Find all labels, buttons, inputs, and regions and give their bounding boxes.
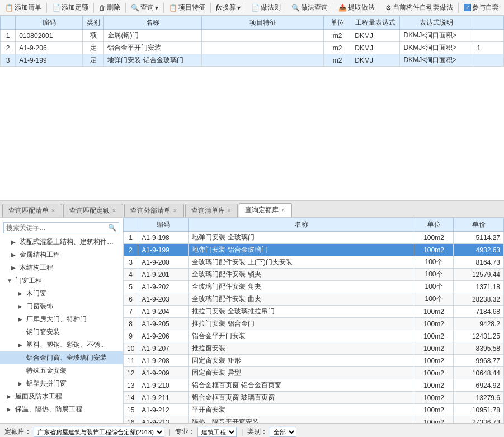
tree-item-label: 塑料、塑钢、彩钢、不锈... xyxy=(26,340,118,350)
row-num: 1 xyxy=(1,30,16,42)
tab-match-list[interactable]: 查询匹配清单× xyxy=(2,204,62,217)
ct-row-num: 15 xyxy=(124,404,138,416)
make-query-button[interactable]: 🔍 做法查询 xyxy=(289,2,331,13)
list-item[interactable]: 6 A1-9-203 全玻璃门配件安装 曲夹 100个 28238.32 xyxy=(124,293,504,306)
search-box[interactable]: 🔍 xyxy=(3,222,119,233)
row-name: 地弹门安装 铝合金玻璃门 xyxy=(104,54,202,67)
tab-close-icon[interactable]: × xyxy=(172,208,178,214)
ct-row-name: 铝合金平开门安装 xyxy=(189,330,414,342)
ct-row-code: A1-9-203 xyxy=(138,293,189,306)
specialty-label: 专业： xyxy=(175,427,195,436)
extract-method-button[interactable]: 📤 提取做法 xyxy=(336,2,378,13)
row-type: 项 xyxy=(83,30,104,42)
tree-arrow-icon: ▶ xyxy=(11,239,18,245)
tab-close-icon[interactable]: × xyxy=(111,208,117,214)
item-feature-button[interactable]: 📋 项目特征 xyxy=(166,2,208,13)
calc-button[interactable]: fx 换算 ▾ xyxy=(213,2,243,13)
table-row[interactable]: 3 A1-9-199 定 地弹门安装 铝合金玻璃门 m2 DKMJ DKMJ<洞… xyxy=(1,54,504,67)
ct-row-name: 平开窗安装 xyxy=(189,404,414,416)
list-item[interactable]: 11 A1-9-208 固定窗安装 矩形 100m2 9968.77 xyxy=(124,355,504,367)
row-code: 010802001 xyxy=(16,30,83,42)
list-item[interactable]: 8 A1-9-205 推拉门安装 铝合金门 100m2 9428.2 xyxy=(124,318,504,330)
ct-row-name: 铝合金框百页窗 玻璃百页窗 xyxy=(189,392,414,404)
tab-close-icon[interactable]: × xyxy=(280,207,286,213)
tree-item-door-deco[interactable]: ▶ 门窗装饰 xyxy=(0,300,123,313)
header-desc: 表达式说明 xyxy=(400,16,473,30)
search-input[interactable] xyxy=(6,224,108,232)
ct-row-code: A1-9-206 xyxy=(138,330,189,342)
ct-row-num: 10 xyxy=(124,342,138,355)
tab-query-list[interactable]: 查询清单库× xyxy=(185,204,238,217)
row-desc: DKMJ<洞口面积> xyxy=(400,30,473,42)
ct-row-num: 12 xyxy=(124,367,138,379)
tab-query-external[interactable]: 查询外部清单× xyxy=(124,204,184,217)
ct-row-unit: 100m2 xyxy=(414,404,454,416)
header-unit: 单位 xyxy=(324,16,351,30)
tab-strip: 查询匹配清单×查询匹配定额×查询外部清单×查询清单库×查询定额库× xyxy=(0,200,504,218)
tab-close-icon[interactable]: × xyxy=(50,208,56,214)
tree-item-wood[interactable]: ▶ 木结构工程 xyxy=(0,261,123,274)
ct-row-price: 8164.73 xyxy=(454,256,504,269)
list-item[interactable]: 9 A1-9-206 铝合金平开门安装 100m2 12431.25 xyxy=(124,330,504,342)
list-item[interactable]: 7 A1-9-204 推拉门安装 全玻璃推拉吊门 100m2 7184.68 xyxy=(124,306,504,318)
specialty-select[interactable]: 建筑工程 xyxy=(197,427,237,437)
table-row[interactable]: 1 010802001 项 金属(钢)门 m2 DKMJ DKMJ<洞口面积> xyxy=(1,30,504,42)
status-sep-1: | xyxy=(169,428,171,436)
auto-method-button[interactable]: ⚙ 当前构件自动套做法 xyxy=(383,2,456,13)
tree-item-factory-door[interactable]: ▶ 厂库房大门、特种门 xyxy=(0,313,123,326)
row-type: 定 xyxy=(83,54,104,67)
ct-row-num: 3 xyxy=(124,256,138,269)
quota-segment: 定额库： 广东省房屋建筑与装饰工程综合定额(2018) xyxy=(4,427,164,437)
tab-query-quota[interactable]: 查询定额库× xyxy=(239,203,292,217)
tree-arrow-icon: ▶ xyxy=(18,380,25,387)
ct-row-code: A1-9-198 xyxy=(138,232,189,244)
list-item[interactable]: 3 A1-9-200 全玻璃门配件安装 上(下)门夹安装 100个 8164.7… xyxy=(124,256,504,269)
list-item[interactable]: 5 A1-9-202 全玻璃门配件安装 角夹 100个 1371.18 xyxy=(124,281,504,293)
row-name: 铝合金平开门安装 xyxy=(104,42,202,54)
list-item[interactable]: 12 A1-9-209 固定窗安装 异型 100m2 10648.44 xyxy=(124,367,504,379)
add-quota-button[interactable]: 📄 添加定额 xyxy=(49,2,91,13)
list-item[interactable]: 10 A1-9-207 推拉窗安装 100m2 8395.58 xyxy=(124,342,504,355)
ct-row-code: A1-9-210 xyxy=(138,379,189,392)
delete-button[interactable]: 🗑 删除 xyxy=(96,2,123,13)
ct-row-name: 隔热、隔音平开窗安装 xyxy=(189,416,414,424)
ct-row-name: 推拉门安装 全玻璃推拉吊门 xyxy=(189,306,414,318)
list-item[interactable]: 16 A1-9-213 隔热、隔音平开窗安装 100m2 27336.73 xyxy=(124,416,504,424)
row-extra: 1 xyxy=(473,42,504,54)
tab-match-quota[interactable]: 查询匹配定额× xyxy=(63,204,123,217)
ct-row-name: 全玻璃门配件安装 角夹 xyxy=(189,281,414,293)
tree-item-aluminum-glass[interactable]: 铝合金门窗、全玻璃门安装 xyxy=(0,351,123,364)
quota-select[interactable]: 广东省房屋建筑与装饰工程综合定额(2018) xyxy=(34,427,164,437)
tree-item-wood-door[interactable]: ▶ 木门窗 xyxy=(0,287,123,300)
add-list-icon: 📋 xyxy=(5,4,13,12)
ct-row-code: A1-9-212 xyxy=(138,404,189,416)
tree-item-special-hardware[interactable]: 特殊五金安装 xyxy=(0,364,123,377)
list-item[interactable]: 4 A1-9-201 全玻璃门配件安装 锁夹 100个 12579.44 xyxy=(124,269,504,281)
make-method-button[interactable]: 📄 做法则 xyxy=(248,2,284,13)
add-list-button[interactable]: 📋 添加清单 xyxy=(2,2,44,13)
tree-item-steel-window[interactable]: 钢门窗安装 xyxy=(0,326,123,339)
participate-button[interactable]: ✓ 参与自套 xyxy=(461,2,502,13)
table-row[interactable]: 2 A1-9-206 定 铝合金平开门安装 m2 DKMJ DKMJ<洞口面积>… xyxy=(1,42,504,54)
query-button[interactable]: 🔍 查询 ▾ xyxy=(128,2,161,13)
list-item[interactable]: 15 A1-9-212 平开窗安装 100m2 10951.78 xyxy=(124,404,504,416)
ct-row-num: 6 xyxy=(124,293,138,306)
tree-item-aluminum-curtain[interactable]: ▶ 铝塑共拼门窗 xyxy=(0,377,123,390)
ct-row-num: 14 xyxy=(124,392,138,404)
tab-close-icon[interactable]: × xyxy=(227,208,232,214)
category-select[interactable]: 全部 xyxy=(270,427,296,437)
list-item[interactable]: 1 A1-9-198 地弹门安装 全玻璃门 100m2 5114.27 xyxy=(124,232,504,244)
tree-item-plastic-steel[interactable]: ▶ 塑料、塑钢、彩钢、不锈... xyxy=(0,339,123,351)
list-item[interactable]: 14 A1-9-211 铝合金框百页窗 玻璃百页窗 100m2 13279.6 xyxy=(124,392,504,404)
tree-item-concrete[interactable]: ▶ 装配式混凝土结构、建筑构件及... xyxy=(0,236,123,248)
ct-header-price: 单价 xyxy=(454,218,504,232)
tree-item-metal[interactable]: ▶ 金属结构工程 xyxy=(0,248,123,261)
list-item[interactable]: 13 A1-9-210 铝合金框百页窗 铝合金百页窗 100m2 6924.92 xyxy=(124,379,504,392)
tree-item-door-window[interactable]: ▼ 门窗工程 xyxy=(0,274,123,287)
ct-row-code: A1-9-205 xyxy=(138,318,189,330)
row-name: 金属(钢)门 xyxy=(104,30,202,42)
tree-item-roof-waterproof[interactable]: ▶ 屋面及防水工程 xyxy=(0,390,123,403)
tree-item-insulation[interactable]: ▶ 保温、隔热、防腐工程 xyxy=(0,403,123,416)
tree-arrow-icon: ▼ xyxy=(7,278,13,284)
list-item[interactable]: 2 A1-9-199 地弹门安装 铝合金玻璃门 100m2 4932.63 xyxy=(124,244,504,256)
